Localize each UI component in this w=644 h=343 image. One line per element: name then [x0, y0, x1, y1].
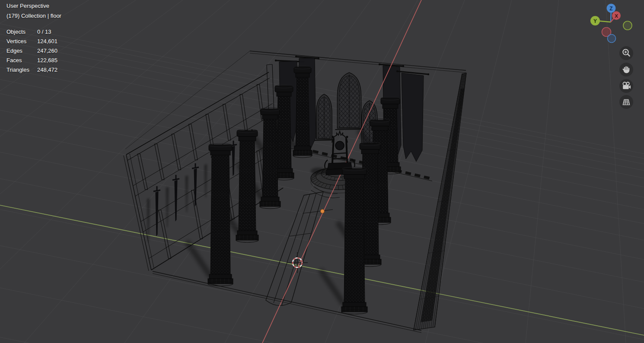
perspective-grid-icon: [621, 97, 631, 107]
floor-front-edge: [153, 271, 421, 333]
stat-row-faces: Faces 122,685: [6, 57, 57, 67]
gizmo-x-ball[interactable]: X: [612, 11, 621, 20]
weapon-rack-wall[interactable]: [124, 64, 283, 271]
svg-text:Y: Y: [593, 18, 597, 24]
zoom-icon: [621, 48, 631, 58]
stat-row-objects: Objects 0 / 13: [6, 29, 57, 38]
stat-row-vertices: Vertices 124,601: [6, 38, 57, 48]
collection-breadcrumb: (179) Collection | floor: [6, 13, 61, 19]
svg-text:Z: Z: [609, 6, 612, 12]
movie-camera-icon: [621, 81, 631, 91]
gizmo-z-ball[interactable]: Z: [607, 4, 616, 13]
stat-row-edges: Edges 247,260: [6, 48, 57, 57]
object-origin-dot[interactable]: [321, 210, 325, 213]
stat-row-triangles: Triangles 248,472: [6, 67, 57, 76]
gizmo-neg-z-ball[interactable]: [608, 35, 616, 43]
hand-icon: [621, 64, 631, 75]
camera-view-button[interactable]: [619, 79, 633, 93]
toggle-perspective-button[interactable]: [619, 95, 633, 109]
gizmo-neg-y-ball[interactable]: [623, 21, 632, 30]
navigation-gizmo[interactable]: Y X Z: [584, 0, 634, 45]
gizmo-y-ball[interactable]: Y: [590, 16, 600, 25]
blender-3d-viewport[interactable]: User Perspective (179) Collection | floo…: [0, 0, 644, 343]
carpet-runner[interactable]: [266, 192, 333, 305]
viewport-canvas[interactable]: [0, 0, 644, 343]
view-name-label: User Perspective: [6, 3, 49, 9]
svg-text:X: X: [615, 13, 618, 19]
pan-tool-button[interactable]: [619, 63, 633, 76]
zoom-tool-button[interactable]: [619, 46, 633, 60]
scene-statistics: Objects 0 / 13 Vertices 124,601 Edges 24…: [6, 29, 57, 76]
